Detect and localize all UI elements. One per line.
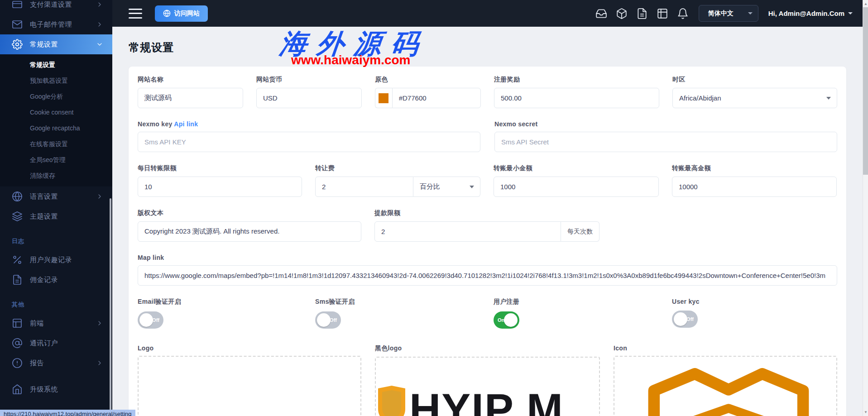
sidebar-item-payment-channel-settings[interactable]: 支付渠道设置 bbox=[0, 0, 112, 14]
copyright-input[interactable] bbox=[138, 221, 361, 242]
site-name-input[interactable] bbox=[138, 88, 243, 108]
sidebar-item-theme-settings[interactable]: 主题设置 bbox=[0, 206, 112, 226]
daily-transfer-limit-input[interactable] bbox=[138, 177, 302, 197]
sidebar-item-label: 升级系统 bbox=[30, 385, 103, 394]
chevron-right-icon bbox=[96, 193, 103, 200]
sidebar-item-frontend[interactable]: 前端 bbox=[0, 313, 112, 333]
transfer-max-input[interactable] bbox=[672, 177, 837, 197]
toggle-field-sms-verification: Sms验证开启Off bbox=[315, 298, 480, 329]
user-kyc-label: User kyc bbox=[672, 298, 837, 305]
language-selector[interactable]: 简体中文 bbox=[699, 5, 758, 22]
form-row-4: 版权文本 提款限额 每天次数 bbox=[138, 209, 837, 242]
main-content: 海外源码 www.haiwaiym.com 常规设置 网站名称 网站货币 原色 bbox=[112, 27, 863, 416]
dark-logo-upload-box[interactable]: HYIP M bbox=[375, 357, 600, 416]
package-icon[interactable] bbox=[616, 8, 628, 19]
visit-site-label: 访问网站 bbox=[174, 10, 200, 18]
topbar: 访问网站 简体中文 Hi, Admin@Admin.Com bbox=[112, 0, 863, 27]
sidebar-scrollbar[interactable] bbox=[110, 198, 111, 415]
api-link[interactable]: Api link bbox=[174, 120, 198, 128]
currency-input[interactable] bbox=[256, 88, 362, 108]
toggle-field-user-registration: 用户注册On bbox=[494, 298, 659, 329]
sms-verification-toggle[interactable]: Off bbox=[315, 311, 341, 329]
at-sign-icon bbox=[12, 338, 23, 349]
hyip-logo-shield-icon bbox=[377, 386, 407, 416]
upload-field-icon: Icon$ bbox=[614, 344, 837, 416]
sidebar-item-label: 电子邮件管理 bbox=[30, 20, 96, 29]
toggle-knob bbox=[674, 312, 687, 326]
sidebar-item-commission-log[interactable]: 佣金记录 bbox=[0, 270, 112, 290]
dark-logo-upload-label: 黑色logo bbox=[375, 344, 600, 353]
upload-field-logo: Logo bbox=[138, 344, 361, 416]
sidebar-subitem-global-seo[interactable]: 全局seo管理 bbox=[0, 152, 112, 168]
shield-dollar-icon: $ bbox=[640, 362, 817, 416]
withdraw-limit-label: 提款限额 bbox=[374, 209, 599, 217]
nexmo-secret-input[interactable] bbox=[494, 132, 837, 152]
grid-icon[interactable] bbox=[657, 8, 668, 19]
user-menu[interactable]: Hi, Admin@Admin.Com bbox=[768, 10, 853, 17]
map-link-input[interactable] bbox=[138, 265, 837, 286]
timezone-select[interactable]: Africa/Abidjan bbox=[672, 88, 837, 108]
sidebar-subitem-live-chat-settings[interactable]: 在线客服设置 bbox=[0, 136, 112, 152]
sidebar-item-label: 前端 bbox=[30, 319, 96, 328]
sidebar-subitem-google-recaptcha[interactable]: Google recaptcha bbox=[0, 120, 112, 136]
toggle-state-label: Off bbox=[152, 311, 159, 329]
transfer-max-label: 转账最高金额 bbox=[672, 164, 837, 172]
sidebar-item-email-management[interactable]: 电子邮件管理 bbox=[0, 14, 112, 34]
withdraw-limit-input[interactable] bbox=[374, 221, 561, 242]
toggle-knob bbox=[317, 313, 331, 327]
primary-color-input[interactable] bbox=[392, 88, 481, 108]
transfer-min-label: 转账最小金额 bbox=[494, 164, 659, 172]
sidebar-item-upgrade-system[interactable]: 升级系统 bbox=[0, 379, 112, 399]
nexmo-key-input[interactable] bbox=[138, 132, 480, 152]
topbar-icons bbox=[587, 8, 689, 19]
sidebar-subitem-cookie-consent[interactable]: Cookie consent bbox=[0, 105, 112, 120]
sidebar-item-user-interest-log[interactable]: 用户兴趣记录 bbox=[0, 250, 112, 270]
email-verification-toggle[interactable]: Off bbox=[138, 311, 163, 329]
transfer-min-input[interactable] bbox=[494, 177, 659, 197]
scrollbar-thumb[interactable] bbox=[863, 7, 868, 175]
sidebar-subitem-general-settings-sub[interactable]: 常规设置 bbox=[0, 57, 112, 73]
toggle-state-label: On bbox=[498, 311, 504, 329]
sidebar-item-language-settings[interactable]: 语言设置 bbox=[0, 186, 112, 206]
scroll-up-icon[interactable]: ▲ bbox=[863, 2, 868, 6]
mail-icon bbox=[12, 19, 23, 30]
bell-icon[interactable] bbox=[677, 8, 689, 19]
file-text-icon[interactable] bbox=[636, 8, 648, 19]
primary-color-label: 原色 bbox=[375, 76, 481, 84]
chevron-down-icon bbox=[96, 41, 103, 48]
currency-label: 网站货币 bbox=[256, 76, 362, 84]
form-row-1: 网站名称 网站货币 原色 注册奖励 时区 bbox=[138, 76, 837, 108]
register-bonus-input[interactable] bbox=[494, 88, 659, 108]
credit-card-icon bbox=[12, 0, 23, 10]
sidebar-item-general-settings[interactable]: 常规设置 bbox=[0, 34, 112, 54]
toggle-field-user-kyc: User kycOff bbox=[672, 298, 837, 329]
sidebar-subitem-clear-cache[interactable]: 清除缓存 bbox=[0, 168, 112, 184]
page-scrollbar[interactable]: ▲ ▼ bbox=[863, 0, 868, 416]
scroll-down-icon[interactable]: ▼ bbox=[863, 410, 868, 414]
toggle-knob bbox=[139, 313, 153, 327]
percent-icon bbox=[12, 254, 23, 265]
site-name-label: 网站名称 bbox=[138, 76, 243, 84]
transfer-fee-unit-select[interactable]: 百分比 bbox=[413, 177, 480, 197]
visit-site-button[interactable]: 访问网站 bbox=[155, 5, 208, 22]
logo-upload-box[interactable] bbox=[138, 356, 361, 416]
color-picker[interactable] bbox=[375, 88, 392, 108]
transfer-fee-input[interactable] bbox=[315, 177, 413, 197]
sidebar-subitem-preloader-settings[interactable]: 预加载器设置 bbox=[0, 73, 112, 89]
timezone-label: 时区 bbox=[672, 76, 837, 84]
icon-upload-box[interactable]: $ bbox=[614, 356, 837, 416]
sidebar-item-label: 用户兴趣记录 bbox=[30, 256, 103, 264]
user-registration-toggle[interactable]: On bbox=[494, 311, 519, 329]
sms-verification-label: Sms验证开启 bbox=[315, 298, 480, 306]
layers-icon bbox=[12, 211, 23, 222]
nexmo-key-label: Nexmo key Api link bbox=[138, 120, 480, 128]
user-kyc-toggle[interactable]: Off bbox=[672, 311, 698, 328]
sidebar-item-subscribers[interactable]: 通讯订户 bbox=[0, 333, 112, 353]
sidebar-subitem-google-analytics[interactable]: Google分析 bbox=[0, 89, 112, 105]
globe-icon bbox=[163, 10, 171, 17]
sidebar-item-reports[interactable]: 报告 bbox=[0, 353, 112, 373]
status-url-popup: https://210.haiwaiym12.top/admin/general… bbox=[0, 410, 135, 416]
menu-toggle-icon[interactable] bbox=[129, 9, 142, 19]
inbox-icon[interactable] bbox=[595, 8, 607, 19]
sidebar-menu: 支付渠道设置电子邮件管理常规设置常规设置预加载器设置Google分析Cookie… bbox=[0, 0, 112, 416]
